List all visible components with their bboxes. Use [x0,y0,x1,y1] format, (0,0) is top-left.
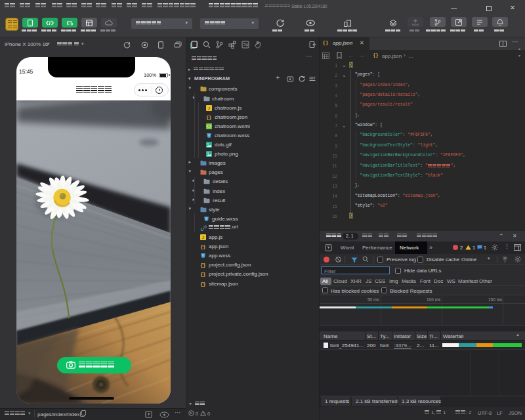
svg-text:{·}: {·} [200,244,205,249]
svg-text:{·}: {·} [200,282,205,287]
svg-text:{·}: {·} [200,272,205,278]
svg-text:J: J [208,106,210,110]
svg-text:{·}: {·} [206,115,211,120]
svg-text:{·}: {·} [200,262,205,268]
svg-text:J: J [202,236,204,240]
